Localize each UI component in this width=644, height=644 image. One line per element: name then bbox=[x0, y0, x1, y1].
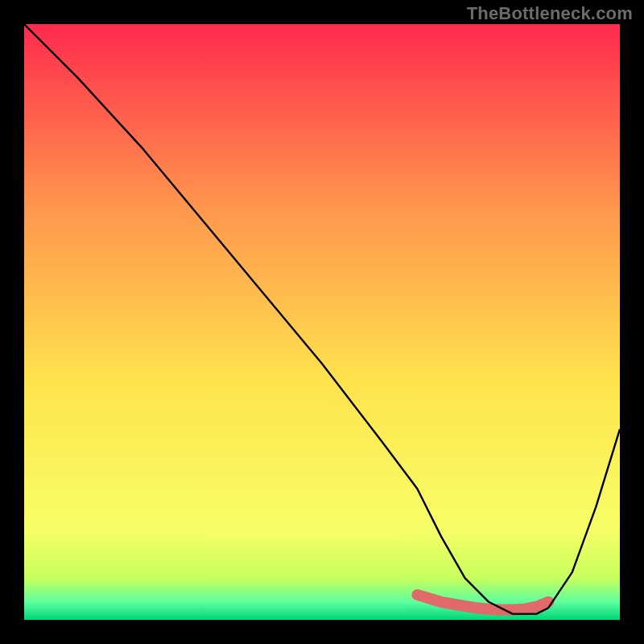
watermark-label: TheBottleneck.com bbox=[467, 3, 633, 24]
plot-area bbox=[24, 24, 620, 620]
plot-svg bbox=[24, 24, 620, 620]
gradient-background bbox=[24, 24, 620, 620]
chart-frame: TheBottleneck.com bbox=[0, 0, 644, 644]
